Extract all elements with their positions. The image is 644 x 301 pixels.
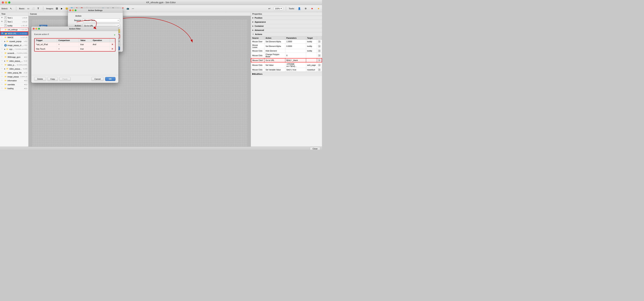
tree-container[interactable]: 👁 T Text 1 ↘25,58 👁 T Text 1 ↘26,22 👁 T … <box>0 16 28 147</box>
tree-item-loading[interactable]: 👁 📁 loading ●0,0 <box>0 87 28 90</box>
zoom-control[interactable]: 100% ▾ <box>274 7 283 10</box>
position-section-header[interactable]: ▶ Position <box>251 16 322 20</box>
row5-del[interactable]: ✕ <box>317 58 322 62</box>
filter-max-btn[interactable] <box>38 28 40 30</box>
row1-del[interactable]: ✕ <box>317 40 322 44</box>
tree-item-video-controls-url[interactable]: 👁 ▶ 📁 video_popup_controls_url ↑0,10 <box>0 59 28 63</box>
fr2-del[interactable]: ✕ <box>110 47 115 51</box>
visibility-icon[interactable]: 👁 <box>1 36 4 39</box>
filter-delete-btn[interactable]: Delete <box>34 77 46 81</box>
tree-item-web-url[interactable]: 👁 📁 WEB-URL ↘-117,61 <box>0 32 28 36</box>
advanced-section-header[interactable]: ▶ Advanced <box>251 28 322 32</box>
visibility-icon[interactable]: 👁 <box>1 44 4 47</box>
visibility-icon[interactable]: 👁 <box>1 21 4 23</box>
undo-button[interactable]: ↩ <box>267 7 272 11</box>
tools-4[interactable]: ■ <box>316 7 320 11</box>
select-arrow-tool[interactable]: ↖ <box>9 7 13 11</box>
minimize-button[interactable] <box>5 2 7 4</box>
visibility-icon[interactable]: 👁 <box>1 56 4 58</box>
add-row-btn[interactable]: + <box>114 33 116 37</box>
visibility-icon[interactable]: 👁 <box>1 87 4 90</box>
close-button[interactable] <box>2 2 4 4</box>
tree-item-tooltip[interactable]: 👁 T tooltip ↘-40,-40 <box>0 24 28 28</box>
filter-row-1[interactable]: *opt_url_iPad = true And ✕ <box>34 42 115 47</box>
expand-icon[interactable]: ▶ <box>4 41 6 42</box>
tools-1[interactable]: 👤 <box>297 7 301 11</box>
filter-row-2[interactable]: Has Touch = true ✕ <box>34 47 115 51</box>
action-row-5[interactable]: Mouse Click* Go to URL $(hd) / _blank ✕ <box>251 58 322 62</box>
row3-del[interactable]: ✕ <box>317 49 322 53</box>
maximize-button[interactable] <box>8 2 10 4</box>
tree-item-text1-2[interactable]: 👁 T Text 1 ↘26,22 <box>0 20 28 24</box>
action-row-4[interactable]: Mouse Click Change Polygon Mode 0 ✕ <box>251 53 322 59</box>
row7-del[interactable]: ✕ <box>317 68 322 72</box>
adv-tool-6[interactable]: 📺 <box>126 7 130 11</box>
visibility-icon[interactable]: 👁 <box>1 72 4 74</box>
visibility-icon[interactable]: 👁 <box>1 79 4 82</box>
tools-2[interactable]: ⚙ <box>304 7 308 11</box>
visibility-icon[interactable]: 👁 <box>1 75 4 78</box>
tree-item-video-file[interactable]: 👁 📁 video_popup_file ↓0,10 <box>0 71 28 75</box>
item-pos: ↘-40,-40 <box>21 25 27 27</box>
tree-item-video-controls-file[interactable]: 👁 ▶ 📁 video_popup_controls_file ↑0,244 <box>0 67 28 71</box>
filter-min-btn[interactable] <box>36 28 37 30</box>
visibility-icon[interactable]: 👁 <box>1 28 4 31</box>
action-row-1[interactable]: Mouse Over Set Element Alpha 1.0000 tool… <box>251 40 322 44</box>
tree-item-image[interactable]: 👁 📁 IMAGE ↘-117,19 <box>0 36 28 40</box>
visibility-icon[interactable]: 👁 <box>1 64 4 66</box>
modifiers-section[interactable]: ▶ Modifiers <box>251 72 322 76</box>
action-row-3[interactable]: Mouse Click Hide Element tooltip ✕ <box>251 49 322 53</box>
image-tool-2[interactable]: ▶ <box>60 7 64 11</box>
visibility-icon[interactable]: 👁 <box>1 40 4 43</box>
tree-item-information[interactable]: 👁 📁 information ●0,0 <box>0 79 28 83</box>
tree-item-video-url[interactable]: 👁 📁 video_popup_url ●0.00%,0.00% <box>0 63 28 67</box>
visibility-icon[interactable]: 👁 <box>1 83 4 86</box>
image-tool-1[interactable]: 🖼 <box>55 7 59 11</box>
row4-del[interactable]: ✕ <box>317 53 322 59</box>
close-status-button[interactable]: Close <box>310 147 320 150</box>
tree-item-userdata[interactable]: 👁 📁 userdata ●0,0 <box>0 83 28 87</box>
dialog-max-btn[interactable] <box>75 10 76 11</box>
tree-panel: Tree 👁 T Text 1 ↘25,58 👁 T Text 1 ↘26,22… <box>0 12 28 147</box>
tree-item-image-popup-close[interactable]: 👁 ✕ image_popup_close ↙5,5 <box>0 43 28 47</box>
dialog-close-btn[interactable] <box>69 10 71 11</box>
adv-tool-7[interactable]: — <box>131 7 135 11</box>
visibility-icon[interactable]: 👁 <box>1 25 4 27</box>
action-row-2[interactable]: Mouse Leave Set Element Alpha 0.0000 too… <box>251 44 322 49</box>
row6-del[interactable]: ✕ <box>317 62 322 68</box>
visibility-icon[interactable]: 👁 <box>1 48 4 51</box>
expand-icon[interactable]: ▶ <box>4 68 6 70</box>
tree-item-image-popup[interactable]: 👁 📁 image_popup ↓0.00%,10 <box>0 75 28 79</box>
visibility-icon[interactable]: 👁 <box>1 68 4 70</box>
basic-rect-tool[interactable]: ▭ <box>26 7 30 11</box>
fr1-del[interactable]: ✕ <box>110 42 115 47</box>
visibility-icon[interactable]: 👁 <box>1 52 4 54</box>
basic-text-tool[interactable]: T <box>36 7 40 11</box>
filter-close-btn[interactable] <box>33 28 34 30</box>
visibility-icon[interactable]: 👁 <box>1 60 4 62</box>
expand-icon[interactable]: ▶ <box>4 60 6 62</box>
basic-shape-tool[interactable]: ⬜ <box>31 7 35 11</box>
tree-item-myimage-popup[interactable]: 👁 ▶ 📁 myimage_popup ↗10.00%,10.00% <box>0 47 28 51</box>
tree-item-cnt-settings[interactable]: 👁 📁 cnt_settings ↘-116,104 <box>0 28 28 32</box>
tools-3[interactable]: ■ <box>310 7 314 11</box>
tree-item-text1-1[interactable]: 👁 T Text 1 ↘25,58 <box>0 16 28 20</box>
filter-cancel-btn[interactable]: Cancel <box>92 77 104 81</box>
tree-item-myweb-popup[interactable]: 👁 ▶ 📁 myweb_popup ↘0,0 <box>0 40 28 43</box>
row2-del[interactable]: ✕ <box>317 44 322 49</box>
action-row-7[interactable]: Mouse Click Set Variable Value Set(=) / … <box>251 68 322 72</box>
visibility-icon[interactable]: 👁 <box>2 32 4 35</box>
filter-copy-btn[interactable]: Copy <box>48 77 58 81</box>
tree-item-360image[interactable]: 👁 📁 360image_gyro ●0,0 <box>0 55 28 59</box>
appearance-section-header[interactable]: ▶ Appearance <box>251 20 322 24</box>
filter-ok-btn[interactable]: OK <box>105 77 116 81</box>
visibility-icon[interactable]: 👁 <box>1 17 4 19</box>
actions-section-header[interactable]: ▼ Actions <box>251 32 322 36</box>
dialog-min-btn[interactable] <box>72 10 74 11</box>
container-section-header[interactable]: ▶ Container <box>251 24 322 28</box>
tree-item-screentint[interactable]: 👁 📁 screentint_image ↗0.00%,0.00% <box>0 51 28 55</box>
source-select[interactable]: Mouse Click ▾ <box>83 18 120 22</box>
action-row-6[interactable]: Mouse Click Set Value <IFRAME src="$(hd)… <box>251 62 322 68</box>
expand-icon[interactable]: ▶ <box>4 48 6 50</box>
filter-paste-btn[interactable]: Paste <box>59 77 70 81</box>
